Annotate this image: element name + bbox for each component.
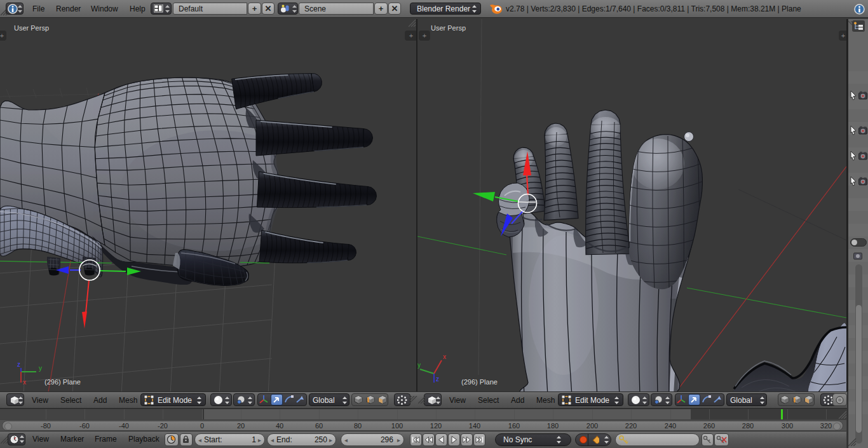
svg-text:z: z (17, 361, 20, 368)
svg-text:+: + (0, 32, 4, 39)
svg-text:User Persp: User Persp (14, 24, 49, 32)
svg-text:(296) Plane: (296) Plane (461, 378, 498, 386)
svg-text:+: + (409, 32, 413, 39)
svg-text:+: + (841, 32, 845, 39)
svg-text:+: + (423, 32, 426, 39)
svg-text:y: y (39, 365, 42, 372)
svg-text:z: z (436, 376, 439, 383)
svg-text:x: x (23, 379, 26, 386)
svg-text:x: x (443, 353, 446, 360)
svg-text:User Persp: User Persp (431, 24, 466, 32)
svg-text:y: y (417, 362, 421, 369)
svg-text:(296) Plane: (296) Plane (44, 378, 81, 386)
